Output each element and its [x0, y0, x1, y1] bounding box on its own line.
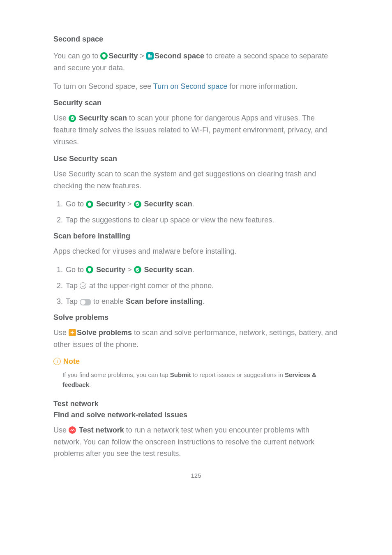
- heading-security-scan: Security scan: [53, 99, 339, 107]
- security-icon: [100, 52, 108, 60]
- security-scan-icon: [69, 115, 76, 122]
- security-scan-icon: [134, 266, 141, 273]
- heading-solve-problems: Solve problems: [53, 313, 339, 322]
- test-network-icon: [69, 426, 76, 434]
- text: >: [127, 266, 134, 274]
- security-icon: [86, 266, 93, 273]
- note-body: If you find some problems, you can tap S…: [53, 370, 339, 390]
- paragraph: You can go to Security > Second space to…: [53, 50, 339, 74]
- info-icon: i: [53, 358, 61, 365]
- list-item: Tap to enable Scan before installing.: [57, 296, 339, 308]
- text: to report issues or suggestions in: [191, 371, 285, 378]
- text: at the upper-right corner of the phone.: [87, 282, 214, 290]
- second-space-label: Second space: [154, 52, 204, 60]
- list-item: Go to Security > Security scan.: [57, 198, 339, 210]
- svg-rect-1: [150, 55, 152, 58]
- security-label: Security: [94, 266, 125, 274]
- svg-rect-0: [148, 54, 150, 58]
- ordered-list: Go to Security > Security scan. Tap at t…: [53, 264, 339, 308]
- text: To turn on Second space, see: [53, 82, 153, 90]
- link-turn-on-second-space[interactable]: Turn on Second space: [153, 82, 227, 90]
- paragraph: To turn on Second space, see Turn on Sec…: [53, 81, 339, 92]
- test-network-label: Test network: [77, 426, 124, 434]
- page-number: 125: [53, 472, 339, 479]
- heading-find-solve-network: Find and solve network-related issues: [53, 411, 339, 419]
- text: You can go to: [53, 52, 100, 60]
- security-label: Security: [94, 200, 125, 208]
- toggle-icon: [80, 299, 91, 305]
- text: .: [192, 200, 194, 208]
- text: Tap: [66, 282, 80, 290]
- security-icon: [86, 201, 93, 208]
- submit-label: Submit: [170, 371, 191, 378]
- security-scan-label: Security scan: [77, 114, 127, 122]
- text: >: [127, 200, 134, 208]
- text: .: [192, 266, 194, 274]
- note-heading: i Note: [53, 357, 339, 366]
- security-scan-label: Security scan: [142, 266, 192, 274]
- text: If you find some problems, you can tap: [62, 371, 170, 378]
- text: for more information.: [227, 82, 297, 90]
- paragraph: Apps checked for viruses and malware bef…: [53, 245, 339, 257]
- paragraph: Use Security scan to scan your phone for…: [53, 112, 339, 148]
- list-item: Tap the suggestions to clear up space or…: [57, 214, 339, 226]
- text: Go to: [66, 266, 86, 274]
- text: .: [89, 381, 91, 388]
- solve-problems-label: Solve problems: [77, 328, 132, 337]
- document-page: Second space You can go to Security > Se…: [0, 0, 392, 495]
- text: Use: [53, 328, 69, 337]
- list-item: Tap at the upper-right corner of the pho…: [57, 280, 339, 292]
- text: >: [140, 52, 147, 60]
- text: Use: [53, 114, 69, 122]
- heading-second-space: Second space: [53, 35, 339, 44]
- paragraph: Use ✦Solve problems to scan and solve pe…: [53, 327, 339, 351]
- heading-use-security-scan: Use Security scan: [53, 155, 339, 163]
- security-scan-label: Security scan: [142, 200, 192, 208]
- settings-outline-icon: [80, 282, 86, 289]
- solve-problems-icon: ✦: [69, 329, 76, 336]
- security-scan-icon: [134, 201, 141, 208]
- text: Tap: [66, 297, 80, 305]
- security-label: Security: [108, 52, 138, 60]
- text: to enable: [91, 297, 126, 305]
- scan-before-installing-label: Scan before installing: [126, 297, 203, 305]
- text: Go to: [66, 200, 86, 208]
- paragraph: Use Test network to run a network test w…: [53, 424, 339, 460]
- ordered-list: Go to Security > Security scan. Tap the …: [53, 198, 339, 226]
- heading-test-network: Test network: [53, 400, 339, 408]
- heading-scan-before-installing: Scan before installing: [53, 232, 339, 240]
- text: Use: [53, 426, 69, 434]
- list-item: Go to Security > Security scan.: [57, 264, 339, 276]
- second-space-icon: [146, 52, 154, 60]
- note-label: Note: [63, 357, 80, 366]
- text: .: [203, 297, 205, 305]
- paragraph: Use Security scan to scan the system and…: [53, 168, 339, 192]
